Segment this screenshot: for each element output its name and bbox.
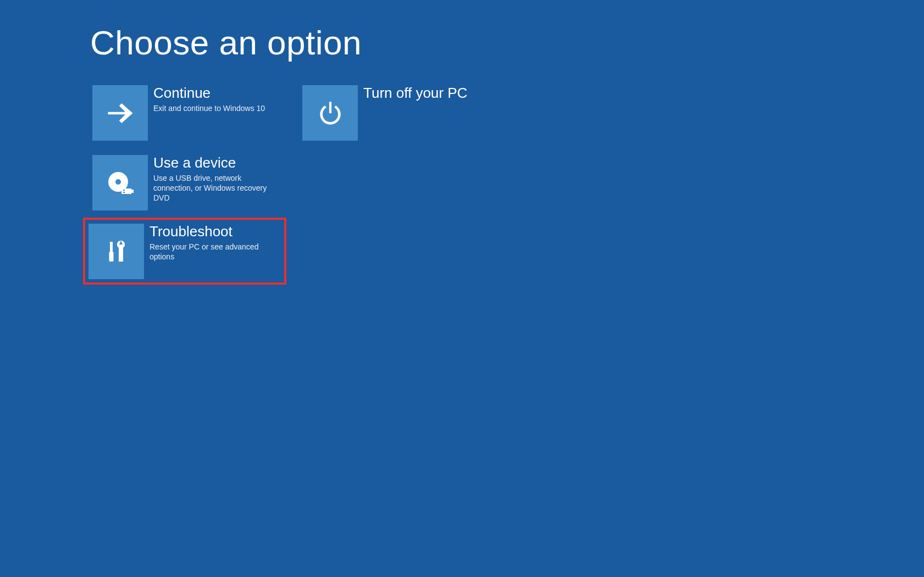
svg-rect-4 (123, 190, 125, 191)
power-icon (302, 85, 358, 141)
svg-rect-6 (110, 242, 113, 252)
arrow-right-icon (92, 85, 148, 141)
recovery-options-screen: Choose an option Continue Exit and conti… (0, 0, 924, 285)
continue-title: Continue (153, 85, 265, 101)
svg-point-1 (115, 179, 121, 185)
svg-rect-3 (131, 190, 134, 193)
svg-rect-2 (121, 188, 131, 194)
page-title: Choose an option (90, 23, 924, 62)
usedevice-title: Use a device (153, 155, 281, 171)
turnoff-text: Turn off your PC (358, 85, 467, 136)
usedevice-text: Use a device Use a USB drive, network co… (148, 155, 281, 206)
troubleshoot-text: Troubleshoot Reset your PC or see advanc… (144, 224, 279, 279)
usedevice-description: Use a USB drive, network connection, or … (153, 173, 281, 203)
turnoff-option[interactable]: Turn off your PC (300, 83, 494, 138)
svg-rect-5 (123, 192, 125, 193)
continue-text: Continue Exit and continue to Windows 10 (148, 85, 265, 136)
troubleshoot-title: Troubleshoot (150, 224, 279, 240)
tools-icon (88, 224, 144, 279)
continue-description: Exit and continue to Windows 10 (153, 103, 265, 113)
svg-rect-7 (109, 252, 113, 262)
options-grid: Continue Exit and continue to Windows 10… (90, 83, 924, 285)
troubleshoot-description: Reset your PC or see advanced options (150, 242, 279, 262)
usb-disc-icon (92, 155, 148, 210)
continue-option[interactable]: Continue Exit and continue to Windows 10 (90, 83, 284, 138)
usedevice-option[interactable]: Use a device Use a USB drive, network co… (90, 153, 284, 208)
troubleshoot-option[interactable]: Troubleshoot Reset your PC or see advanc… (83, 218, 286, 285)
options-row-3: Troubleshoot Reset your PC or see advanc… (83, 218, 924, 285)
svg-rect-8 (119, 247, 123, 262)
options-row-2: Use a device Use a USB drive, network co… (90, 153, 924, 208)
options-row-1: Continue Exit and continue to Windows 10… (90, 83, 924, 138)
turnoff-title: Turn off your PC (363, 85, 467, 101)
